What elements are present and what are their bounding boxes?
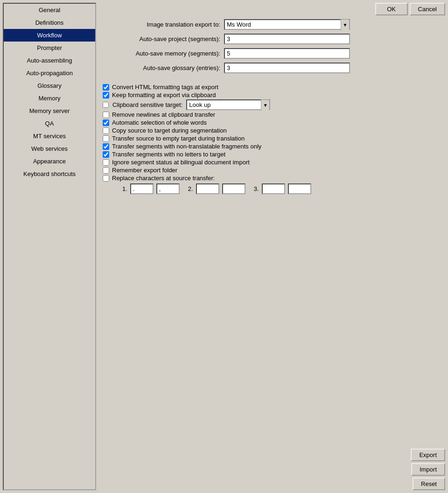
- sidebar-item-prompter[interactable]: Prompter: [4, 42, 95, 54]
- checkbox-row-remove-newlines: Remove newlines at clipboard transfer: [99, 111, 445, 118]
- sidebar-item-keyboard-shortcuts[interactable]: Keyboard shortcuts: [4, 168, 95, 180]
- import-button[interactable]: Import: [411, 463, 445, 476]
- sidebar-item-appearance[interactable]: Appearance: [4, 155, 95, 168]
- replace-group1-label: 1.: [122, 185, 127, 192]
- checkbox-row-replace-characters: Replace characters at source transfer:: [99, 175, 445, 182]
- checkbox-label-automatic-selection: Automatic selection of whole words: [112, 119, 207, 126]
- replace-group2-input1[interactable]: [196, 183, 219, 194]
- sidebar-item-definitions[interactable]: Definitions: [4, 16, 95, 29]
- sidebar-item-mt-services[interactable]: MT services: [4, 130, 95, 142]
- sidebar-item-glossary[interactable]: Glossary: [4, 79, 95, 92]
- checkbox-label-transfer-non-translatable: Transfer segments with non-translatable …: [112, 143, 261, 150]
- autosave-memory-label: Auto-save memory (segments):: [99, 50, 220, 57]
- checkbox-label-transfer-no-letters: Transfer segments with no letters to tar…: [112, 151, 225, 158]
- sidebar-item-auto-propagation[interactable]: Auto-propagation: [4, 67, 95, 79]
- checkbox-remember-export[interactable]: [103, 167, 109, 174]
- replace-group1-input1[interactable]: [130, 183, 154, 194]
- checkbox-label-transfer-source: Transfer source to empty target during t…: [112, 135, 245, 142]
- cancel-button[interactable]: Cancel: [410, 3, 445, 15]
- autosave-glossary-label: Auto-save glossary (entries):: [99, 64, 220, 71]
- checkbox-convert-html[interactable]: [103, 84, 109, 91]
- clipboard-sensitive-checkbox[interactable]: [103, 102, 109, 108]
- checkbox-automatic-selection[interactable]: [103, 120, 109, 126]
- sidebar-item-qa[interactable]: QA: [4, 117, 95, 130]
- sidebar-item-memory-server[interactable]: Memory server: [4, 105, 95, 117]
- checkbox-row-convert-html: Convert HTML formatting tags at export: [99, 84, 445, 91]
- checkbox-row-automatic-selection: Automatic selection of whole words: [99, 119, 445, 126]
- reset-button[interactable]: Reset: [413, 478, 445, 490]
- sidebar-item-web-services[interactable]: Web services: [4, 142, 95, 155]
- checkbox-transfer-source[interactable]: [103, 135, 109, 142]
- export-button[interactable]: Export: [411, 449, 445, 461]
- checkbox-keep-formatting[interactable]: [103, 92, 109, 99]
- sidebar-item-general[interactable]: General: [4, 4, 95, 16]
- form-area: Image translation export to: Ms WordPDFH…: [99, 19, 445, 445]
- image-translation-select[interactable]: Ms WordPDFHTML: [224, 19, 350, 30]
- checkbox-row-ignore-segment: Ignore segment status at bilingual docum…: [99, 159, 445, 166]
- top-buttons: OK Cancel: [99, 3, 445, 15]
- checkbox-transfer-non-translatable[interactable]: [103, 143, 109, 150]
- checkbox-label-remove-newlines: Remove newlines at clipboard transfer: [112, 111, 215, 118]
- sidebar: GeneralDefinitionsWorkflowPrompterAuto-a…: [3, 3, 96, 490]
- replace-group3-input1[interactable]: [262, 183, 285, 194]
- checkbox-label-convert-html: Convert HTML formatting tags at export: [112, 84, 218, 91]
- autosave-project-label: Auto-save project (segments):: [99, 35, 220, 42]
- checkbox-remove-newlines[interactable]: [103, 112, 109, 118]
- checkbox-label-keep-formatting: Keep formatting at export via clipboard: [112, 92, 216, 99]
- checkbox-row-transfer-source: Transfer source to empty target during t…: [99, 135, 445, 142]
- checkbox-row-copy-source: Copy source to target during segmentatio…: [99, 127, 445, 134]
- autosave-glossary-input[interactable]: [224, 63, 350, 73]
- bottom-buttons: Export Import Reset: [99, 445, 445, 490]
- checkbox-copy-source[interactable]: [103, 127, 109, 134]
- checkbox-ignore-segment[interactable]: [103, 159, 109, 166]
- checkbox-label-replace-characters: Replace characters at source transfer:: [112, 175, 215, 182]
- clipboard-dropdown-wrapper: Look upReplaceInsert▼: [186, 99, 270, 110]
- replace-group2-input2[interactable]: [222, 183, 245, 194]
- checkbox-row-transfer-non-translatable: Transfer segments with non-translatable …: [99, 143, 445, 150]
- autosave-project-row: Auto-save project (segments):: [99, 34, 445, 44]
- checkbox-label-copy-source: Copy source to target during segmentatio…: [112, 127, 227, 134]
- dialog: GeneralDefinitionsWorkflowPrompterAuto-a…: [0, 0, 448, 493]
- autosave-project-input[interactable]: [224, 34, 350, 44]
- checkbox-replace-characters[interactable]: [103, 175, 109, 182]
- image-translation-label: Image translation export to:: [99, 21, 220, 28]
- replace-group3-input2[interactable]: [288, 183, 311, 194]
- autosave-memory-input[interactable]: [224, 48, 350, 59]
- checkbox-transfer-no-letters[interactable]: [103, 151, 109, 158]
- replace-group2-label: 2.: [188, 185, 193, 192]
- sidebar-item-auto-assembling[interactable]: Auto-assembling: [4, 54, 95, 67]
- checkbox-row-transfer-no-letters: Transfer segments with no letters to tar…: [99, 151, 445, 158]
- checkbox-label-ignore-segment: Ignore segment status at bilingual docum…: [112, 159, 250, 166]
- image-translation-select-wrapper: Ms WordPDFHTML ▼: [224, 19, 350, 30]
- checkbox-label-remember-export: Remember export folder: [112, 167, 177, 174]
- replace-group1-input2[interactable]: [156, 183, 180, 194]
- sidebar-item-memory[interactable]: Memory: [4, 92, 95, 105]
- checkbox-row-keep-formatting: Keep formatting at export via clipboard: [99, 92, 445, 99]
- checkboxes-container: Convert HTML formatting tags at exportKe…: [99, 84, 445, 194]
- checkbox-row-remember-export: Remember export folder: [99, 167, 445, 174]
- replace-fields-row: 1.2.3.: [99, 183, 445, 194]
- clipboard-sensitive-label: Clipboard sensitive target:: [112, 101, 182, 108]
- sidebar-item-workflow[interactable]: Workflow: [4, 29, 95, 42]
- autosave-glossary-row: Auto-save glossary (entries):: [99, 63, 445, 73]
- main-content: OK Cancel Image translation export to: M…: [99, 3, 445, 490]
- clipboard-sensitive-row: Clipboard sensitive target:Look upReplac…: [99, 99, 445, 110]
- image-translation-row: Image translation export to: Ms WordPDFH…: [99, 19, 445, 30]
- ok-button[interactable]: OK: [375, 3, 408, 15]
- clipboard-dropdown[interactable]: Look upReplaceInsert: [186, 99, 270, 110]
- replace-group3-label: 3.: [254, 185, 259, 192]
- autosave-memory-row: Auto-save memory (segments):: [99, 48, 445, 59]
